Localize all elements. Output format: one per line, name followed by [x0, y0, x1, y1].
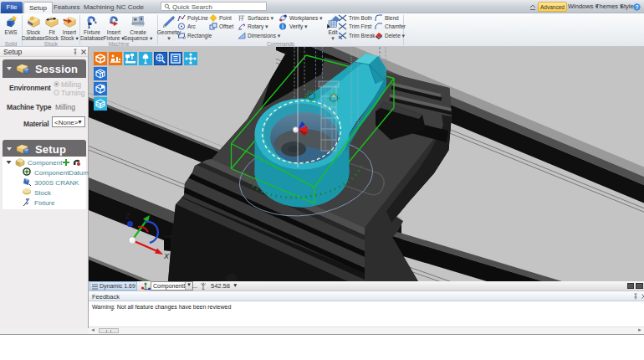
svg-text:i: i: [282, 23, 284, 29]
svg-text:Z: Z: [125, 212, 130, 220]
svg-text:X: X: [163, 252, 170, 260]
svg-text:?: ?: [635, 4, 638, 10]
svg-text:Y: Y: [151, 206, 156, 214]
